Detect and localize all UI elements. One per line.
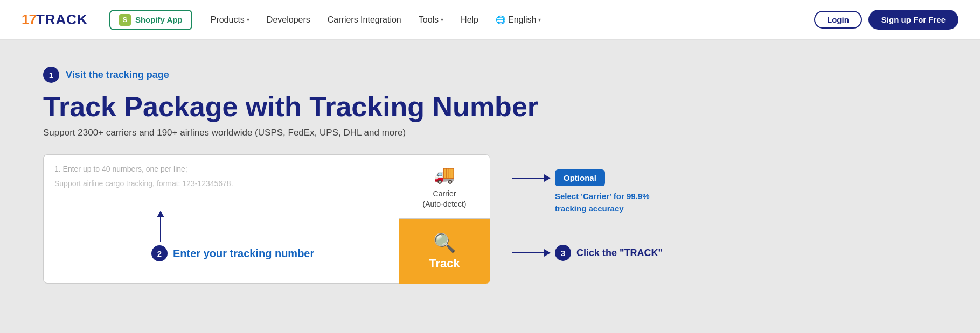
track-label: Track [429, 257, 460, 271]
carrier-button[interactable]: 🚚 Carrier (Auto-detect) [399, 154, 490, 219]
nav-help[interactable]: Help [453, 11, 486, 29]
step2-annotation: 2 Enter your tracking number [151, 211, 314, 261]
page-subtitle: Support 2300+ carriers and 190+ airlines… [43, 127, 915, 138]
arrow-up-head [157, 211, 164, 217]
arrow-up-line [160, 217, 161, 242]
signup-button[interactable]: Sign up For Free [868, 10, 958, 30]
page-title: Track Package with Tracking Number [43, 91, 915, 122]
track-arrow-line [512, 252, 544, 253]
track-arrow [512, 249, 551, 257]
main-nav: Products ▾ Developers Carriers Integrati… [203, 11, 814, 29]
truck-icon: 🚚 [434, 164, 455, 185]
nav-carriers[interactable]: Carriers Integration [320, 11, 409, 29]
chevron-down-icon: ▾ [247, 17, 249, 23]
search-circle-icon: 🔍 [433, 232, 456, 253]
main-content: 1 Visit the tracking page Track Package … [0, 40, 980, 333]
click-track-annotation: 3 Click the "TRACK" [512, 245, 663, 261]
nav-products[interactable]: Products ▾ [203, 11, 257, 29]
annotations-col: Optional Select 'Carrier' for 99.9%track… [506, 154, 663, 261]
nav-developers[interactable]: Developers [259, 11, 318, 29]
chevron-down-icon-tools: ▾ [441, 17, 443, 23]
header: 17 TRACK S Shopify App Products ▾ Develo… [0, 0, 980, 40]
step1-text: Visit the tracking page [66, 69, 169, 81]
logo[interactable]: 17 TRACK [22, 11, 88, 28]
click-track-text: Click the "TRACK" [576, 247, 663, 259]
step2-badge: 2 [151, 245, 168, 261]
globe-icon: 🌐 [496, 15, 506, 25]
optional-arrow [512, 174, 551, 182]
optional-badge: Optional [555, 169, 605, 186]
track-arrow-head [544, 249, 551, 257]
shopify-icon: S [119, 14, 131, 26]
tracking-textarea-container: 1. Enter up to 40 numbers, one per line;… [43, 154, 399, 284]
right-side-buttons: 🚚 Carrier (Auto-detect) 🔍 Track [399, 154, 490, 284]
step3-row: 3 Click the "TRACK" [555, 245, 663, 261]
step2-label-row: 2 Enter your tracking number [151, 245, 314, 261]
optional-arrow-head [544, 174, 551, 182]
nav-language[interactable]: 🌐 English ▾ [488, 11, 548, 29]
track-button[interactable]: 🔍 Track [399, 219, 490, 284]
step3-badge: 3 [555, 245, 571, 261]
textarea-hint1: 1. Enter up to 40 numbers, one per line; [54, 164, 388, 175]
step1-label: 1 Visit the tracking page [43, 67, 915, 83]
optional-arrow-line [512, 178, 544, 179]
header-actions: Login Sign up For Free [814, 10, 958, 30]
shopify-app-button[interactable]: S Shopify App [109, 10, 192, 30]
shopify-app-label: Shopify App [135, 15, 183, 24]
tracking-area: 1. Enter up to 40 numbers, one per line;… [43, 154, 490, 284]
logo-17: 17 [22, 11, 36, 28]
login-button[interactable]: Login [814, 11, 862, 29]
textarea-hint2: Support airline cargo tracking, format: … [54, 179, 388, 188]
optional-desc: Select 'Carrier' for 99.9%tracking accur… [555, 190, 663, 215]
nav-tools[interactable]: Tools ▾ [411, 11, 451, 29]
tracking-widget: 1. Enter up to 40 numbers, one per line;… [43, 154, 915, 284]
chevron-down-icon-lang: ▾ [538, 17, 541, 23]
optional-annotation: Optional [512, 169, 663, 186]
logo-track: TRACK [36, 11, 88, 28]
step2-text: Enter your tracking number [173, 247, 314, 260]
step1-badge: 1 [43, 67, 59, 83]
carrier-label: Carrier (Auto-detect) [423, 189, 467, 210]
